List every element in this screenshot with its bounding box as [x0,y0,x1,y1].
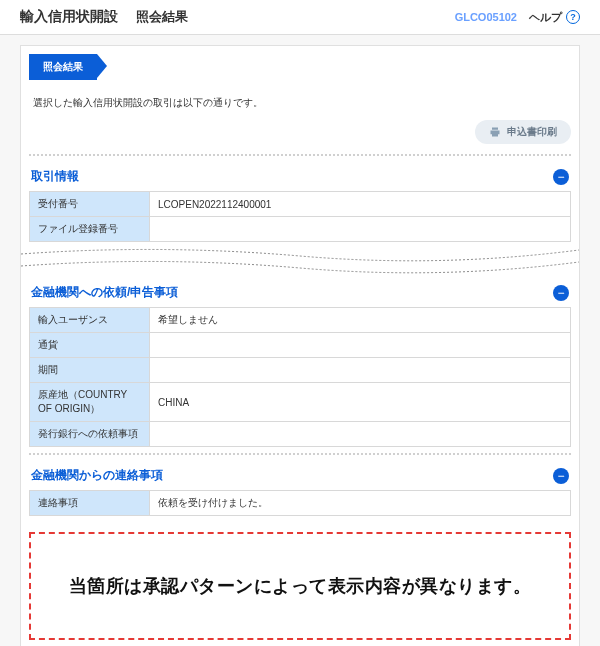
label-insurance: 輸入ユーザンス [30,308,150,333]
value-origin: CHINA [150,383,571,422]
value-contact-note: 依頼を受け付けました。 [150,491,571,516]
table-row: 期間 [30,358,571,383]
intro-text: 選択した輸入信用状開設の取引は以下の通りです。 [33,96,567,110]
label-period: 期間 [30,358,150,383]
minus-icon: − [557,469,564,483]
value-file-reg [150,217,571,242]
help-icon: ? [566,10,580,24]
value-insurance: 希望しません [150,308,571,333]
content-area: 照会結果 選択した輸入信用状開設の取引は以下の通りです。 申込書印刷 取引情報 … [0,35,600,646]
help-link[interactable]: ヘルプ ? [529,10,580,25]
table-row: 受付番号 LCOPEN2022112400001 [30,192,571,217]
request-table: 輸入ユーザンス 希望しません 通貨 期間 原産地（COUNTRY OF ORIG… [29,307,571,447]
page-title: 輸入信用状開設 [20,8,118,26]
breadcrumb-step-label: 照会結果 [43,61,83,72]
label-bank-request: 発行銀行への依頼事項 [30,422,150,447]
collapse-button[interactable]: − [553,468,569,484]
transaction-table: 受付番号 LCOPEN2022112400001 ファイル登録番号 [29,191,571,242]
section-request-head: 金融機関への依頼/申告事項 − [29,280,571,307]
help-label: ヘルプ [529,10,562,25]
collapse-button[interactable]: − [553,169,569,185]
section-contact-title: 金融機関からの連絡事項 [31,467,163,484]
table-row: 輸入ユーザンス 希望しません [30,308,571,333]
table-row: 連絡事項 依頼を受け付けました。 [30,491,571,516]
page-header: 輸入信用状開設 照会結果 GLCO05102 ヘルプ ? [0,0,600,35]
value-bank-request [150,422,571,447]
table-row: 通貨 [30,333,571,358]
label-origin: 原産地（COUNTRY OF ORIGIN） [30,383,150,422]
page: 輸入信用状開設 照会結果 GLCO05102 ヘルプ ? 照会結果 選択した輸入… [0,0,600,646]
section-contact: 金融機関からの連絡事項 − 連絡事項 依頼を受け付けました。 [29,453,571,516]
breadcrumb-step: 照会結果 [29,54,97,80]
value-period [150,358,571,383]
label-file-reg: ファイル登録番号 [30,217,150,242]
screen-code: GLCO05102 [455,11,517,23]
printer-icon [489,126,501,138]
value-receipt-no: LCOPEN2022112400001 [150,192,571,217]
top-button-row: 申込書印刷 [29,120,571,144]
table-row: 原産地（COUNTRY OF ORIGIN） CHINA [30,383,571,422]
content-gap [21,244,579,274]
section-transaction: 取引情報 − 受付番号 LCOPEN2022112400001 ファイル登録番号 [29,154,571,242]
section-transaction-head: 取引情報 − [29,164,571,191]
table-row: 発行銀行への依頼事項 [30,422,571,447]
print-button-label: 申込書印刷 [507,125,557,139]
collapse-button[interactable]: − [553,285,569,301]
table-row: ファイル登録番号 [30,217,571,242]
section-contact-head: 金融機関からの連絡事項 − [29,463,571,490]
header-right: GLCO05102 ヘルプ ? [455,10,580,25]
label-contact-note: 連絡事項 [30,491,150,516]
approval-pattern-notice: 当箇所は承認パターンによって表示内容が異なります。 [29,532,571,640]
panel: 照会結果 選択した輸入信用状開設の取引は以下の通りです。 申込書印刷 取引情報 … [20,45,580,646]
minus-icon: − [557,286,564,300]
label-currency: 通貨 [30,333,150,358]
section-request-title: 金融機関への依頼/申告事項 [31,284,178,301]
value-currency [150,333,571,358]
print-button-top[interactable]: 申込書印刷 [475,120,571,144]
section-transaction-title: 取引情報 [31,168,79,185]
contact-table: 連絡事項 依頼を受け付けました。 [29,490,571,516]
label-receipt-no: 受付番号 [30,192,150,217]
minus-icon: − [557,170,564,184]
section-request: 金融機関への依頼/申告事項 − 輸入ユーザンス 希望しません 通貨 [29,280,571,447]
approval-pattern-text: 当箇所は承認パターンによって表示内容が異なります。 [41,574,559,598]
page-subtitle: 照会結果 [136,8,188,26]
